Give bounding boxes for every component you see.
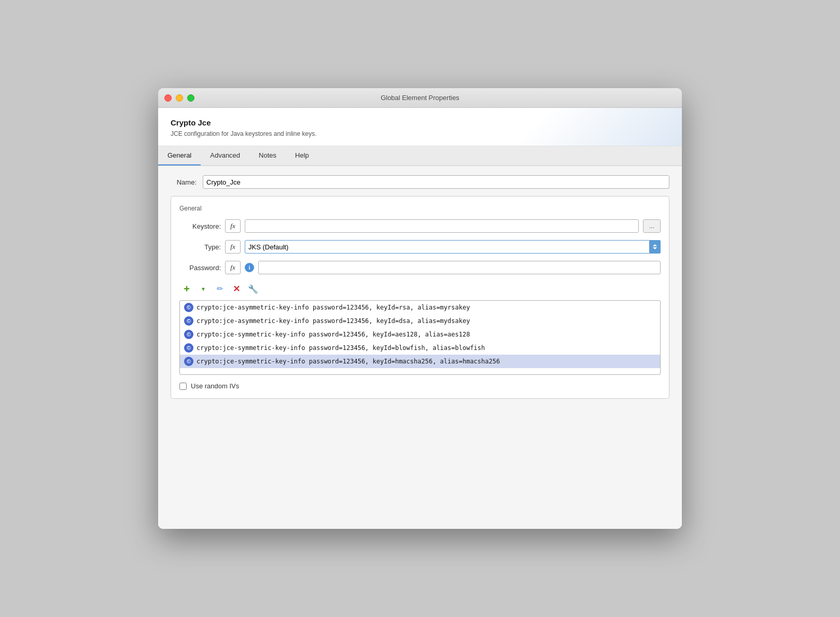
type-label: Type: [179,243,221,251]
list-item-text-1: crypto:jce-asymmetric-key-info password=… [197,304,470,311]
list-item[interactable]: © crypto:jce-asymmetric-key-info passwor… [180,301,660,314]
list-toolbar: + ▼ ✏ ✕ 🔧 [179,282,661,296]
type-select-arrow[interactable] [649,240,661,254]
list-item-selected[interactable]: © crypto:jce-symmetric-key-info password… [180,355,660,368]
general-section: General Keystore: fx ... Type: fx [171,196,669,399]
name-label: Name: [171,178,197,186]
password-label: Password: [179,264,221,272]
crypto-icon-1: © [184,303,193,312]
tab-notes[interactable]: Notes [249,146,286,165]
crypto-icon-4: © [184,343,193,353]
list-empty-row [180,368,660,374]
maximize-button[interactable] [187,94,194,102]
type-select[interactable]: JKS (Default) PKCS12 JCEKS [245,240,661,254]
password-fx-button[interactable]: fx [225,261,241,274]
window-title: Global Element Properties [381,94,459,102]
list-item-text-3: crypto:jce-symmetric-key-info password=1… [197,331,470,338]
tabs-bar: General Advanced Notes Help [158,146,682,166]
tab-advanced[interactable]: Advanced [201,146,249,165]
header-section: Crypto Jce JCE configuration for Java ke… [158,108,682,146]
type-fx-button[interactable]: fx [225,240,241,254]
list-item[interactable]: © crypto:jce-symmetric-key-info password… [180,328,660,341]
section-title: General [179,205,661,212]
name-row: Name: [171,175,669,189]
random-ivs-label: Use random IVs [191,382,239,390]
password-input[interactable] [258,261,661,274]
edit-button[interactable]: ✏ [213,282,227,296]
add-button[interactable]: + [179,282,194,296]
wrench-button[interactable]: 🔧 [246,282,260,296]
name-input[interactable] [203,175,669,189]
main-window: Global Element Properties Crypto Jce JCE… [158,88,682,529]
password-row: Password: fx i [179,261,661,274]
minimize-button[interactable] [176,94,183,102]
tab-help[interactable]: Help [286,146,318,165]
content-area: Name: General Keystore: fx ... Type: [158,166,682,529]
app-description: JCE configuration for Java keystores and… [171,130,669,137]
random-ivs-checkbox[interactable] [179,383,187,390]
keystore-browse-button[interactable]: ... [643,219,661,233]
list-item[interactable]: © crypto:jce-asymmetric-key-info passwor… [180,314,660,328]
type-select-wrapper: JKS (Default) PKCS12 JCEKS [245,240,661,254]
window-body: Crypto Jce JCE configuration for Java ke… [158,108,682,529]
type-row: Type: fx JKS (Default) PKCS12 JCEKS [179,240,661,254]
keystore-row: Keystore: fx ... [179,219,661,233]
add-dropdown-button[interactable]: ▼ [196,282,211,296]
traffic-lights [164,94,194,102]
password-info-icon[interactable]: i [245,263,254,272]
list-item[interactable]: © crypto:jce-symmetric-key-info password… [180,341,660,355]
tab-general[interactable]: General [158,146,201,165]
keystore-input[interactable] [245,219,639,233]
list-item-text-5: crypto:jce-symmetric-key-info password=1… [197,358,500,365]
title-bar: Global Element Properties [158,88,682,108]
crypto-icon-2: © [184,316,193,326]
keystore-label: Keystore: [179,222,221,230]
crypto-icon-5: © [184,357,193,366]
app-title: Crypto Jce [171,118,669,127]
delete-button[interactable]: ✕ [229,282,244,296]
close-button[interactable] [164,94,172,102]
keystore-fx-button[interactable]: fx [225,219,241,233]
key-list: © crypto:jce-asymmetric-key-info passwor… [179,300,661,375]
list-item-text-2: crypto:jce-asymmetric-key-info password=… [197,317,470,325]
crypto-icon-3: © [184,330,193,339]
random-ivs-row: Use random IVs [179,382,661,390]
list-item-text-4: crypto:jce-symmetric-key-info password=1… [197,344,485,352]
